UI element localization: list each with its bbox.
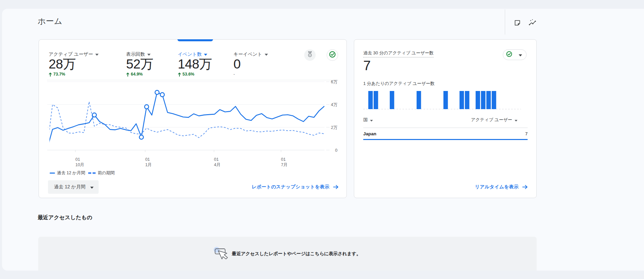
metric-events: イベント数 148万 53.6% <box>178 51 212 77</box>
metric-value: 148万 <box>178 57 212 71</box>
chevron-down-icon <box>515 118 518 123</box>
recent-empty-box: 最近アクセスしたレポートやページはこちらに表示されます。 <box>38 237 537 271</box>
dashed-line-swatch <box>88 172 96 174</box>
chevron-down-icon <box>147 51 151 57</box>
legend-label: 前の期間 <box>98 170 114 176</box>
page-title: ホーム <box>38 16 62 26</box>
metric-change-value: 53.6% <box>182 72 194 77</box>
header-divider <box>505 9 505 35</box>
realtime-table-header: 国 アクティブ ユーザー <box>363 117 528 123</box>
data-quality-dropdown[interactable] <box>503 49 527 60</box>
dimension-header-label: 国 <box>363 117 368 123</box>
svg-text:01: 01 <box>281 157 286 162</box>
svg-text:6万: 6万 <box>331 80 337 84</box>
svg-text:01: 01 <box>75 157 80 162</box>
table-divider <box>363 128 528 128</box>
country-name: Japan <box>363 131 376 136</box>
realtime-bars-chart[interactable] <box>363 90 528 110</box>
chart-legend: 過去 12 か月間 前の期間 <box>50 170 114 176</box>
metric-header[interactable]: アクティブ ユーザー <box>471 117 518 123</box>
up-arrow-icon <box>126 72 129 77</box>
metric-label: アクティブ ユーザー <box>49 51 93 57</box>
legend-item-current: 過去 12 か月間 <box>50 170 85 176</box>
recent-heading: 最近アクセスしたもの <box>38 214 92 222</box>
metric-selector[interactable]: 表示回数 <box>126 51 153 57</box>
chevron-down-icon <box>90 184 94 190</box>
dimension-header[interactable]: 国 <box>363 117 373 123</box>
realtime-link[interactable]: リアルタイムを表示 <box>475 184 528 190</box>
cursor-click-icon <box>214 247 228 261</box>
report-snapshot-link[interactable]: レポートのスナップショットを表示 <box>252 180 338 194</box>
overview-card: アクティブ ユーザー 28万 73.7% 表示回数 52万 64.9% イベント… <box>39 39 347 198</box>
insights-button[interactable] <box>526 16 539 30</box>
range-button-label: 過去 12 か月間 <box>54 184 86 190</box>
note-icon <box>514 19 521 27</box>
solid-line-swatch <box>50 173 55 174</box>
svg-text:7月: 7月 <box>281 162 287 167</box>
data-quality-button[interactable] <box>327 49 338 61</box>
check-circle-icon <box>506 51 513 59</box>
chevron-down-icon <box>265 51 268 57</box>
link-label: リアルタイムを表示 <box>475 184 519 190</box>
metric-label: 表示回数 <box>126 51 145 57</box>
row-value-bar <box>363 139 528 140</box>
svg-text:01: 01 <box>145 157 150 162</box>
per-minute-label: 1 分あたりのアクティブ ユーザー数 <box>363 81 435 86</box>
selected-metric-indicator <box>177 39 213 41</box>
metric-value: 28万 <box>49 57 99 71</box>
up-arrow-icon <box>49 72 52 77</box>
metric-value: 0 <box>233 57 268 71</box>
insights-icon <box>528 19 537 27</box>
country-value: 7 <box>525 131 528 136</box>
note-button[interactable] <box>511 16 524 30</box>
metric-change-value: 73.7% <box>53 72 65 77</box>
metric-value: 52万 <box>126 57 153 71</box>
metric-label: キーイベント <box>233 51 262 57</box>
chevron-down-icon <box>370 118 373 123</box>
metric-change: 53.6% <box>178 72 212 77</box>
metric-selector[interactable]: アクティブ ユーザー <box>49 51 99 57</box>
metric-selector[interactable]: イベント数 <box>178 51 212 57</box>
realtime-value: 7 <box>363 59 371 72</box>
recent-empty-text: 最近アクセスしたレポートやページはこちらに表示されます。 <box>232 251 361 257</box>
legend-label: 過去 12 か月間 <box>57 170 85 176</box>
svg-text:2万: 2万 <box>331 125 337 130</box>
metric-key-events: キーイベント 0 - <box>233 51 268 77</box>
date-range-button[interactable]: 過去 12 か月間 <box>48 180 99 194</box>
svg-text:01: 01 <box>214 157 219 162</box>
events-trend-chart[interactable]: 02万4万6万0110月011月014月017月 <box>39 80 347 176</box>
metric-change-value: 64.9% <box>131 72 143 77</box>
metric-change: 73.7% <box>49 72 99 77</box>
metric-active-users: アクティブ ユーザー 28万 73.7% <box>49 51 99 77</box>
svg-text:4月: 4月 <box>214 162 220 167</box>
chevron-down-icon <box>519 52 522 58</box>
metric-change: - <box>233 72 268 77</box>
chevron-down-icon <box>204 51 207 57</box>
table-row: Japan 7 <box>363 131 528 136</box>
metric-header-label: アクティブ ユーザー <box>471 117 512 123</box>
svg-text:1月: 1月 <box>145 162 152 167</box>
chevron-down-icon <box>95 51 99 57</box>
svg-text:0: 0 <box>335 148 337 153</box>
content-panel: ホーム アクティブ ユーザー <box>2 9 644 271</box>
realtime-card: 過去 30 分のアクティブ ユーザー数 7 1 分あたりのアクティブ ユーザー数… <box>354 39 537 198</box>
metric-views: 表示回数 52万 64.9% <box>126 51 153 77</box>
svg-text:10月: 10月 <box>75 162 84 167</box>
metric-label: イベント数 <box>178 51 202 57</box>
metric-change-value: - <box>233 72 235 77</box>
svg-text:4万: 4万 <box>331 102 337 107</box>
up-arrow-icon <box>178 72 181 77</box>
realtime-title: 過去 30 分のアクティブ ユーザー数 <box>363 50 434 57</box>
arrow-right-icon <box>333 184 338 190</box>
check-circle-icon <box>329 51 336 59</box>
metric-selector[interactable]: キーイベント <box>233 51 268 57</box>
medal-icon <box>307 51 313 59</box>
benchmark-badge-button[interactable] <box>304 49 316 61</box>
metric-change: 64.9% <box>126 72 153 77</box>
link-label: レポートのスナップショットを表示 <box>252 184 329 190</box>
legend-item-previous: 前の期間 <box>88 170 115 176</box>
arrow-right-icon <box>522 184 528 190</box>
